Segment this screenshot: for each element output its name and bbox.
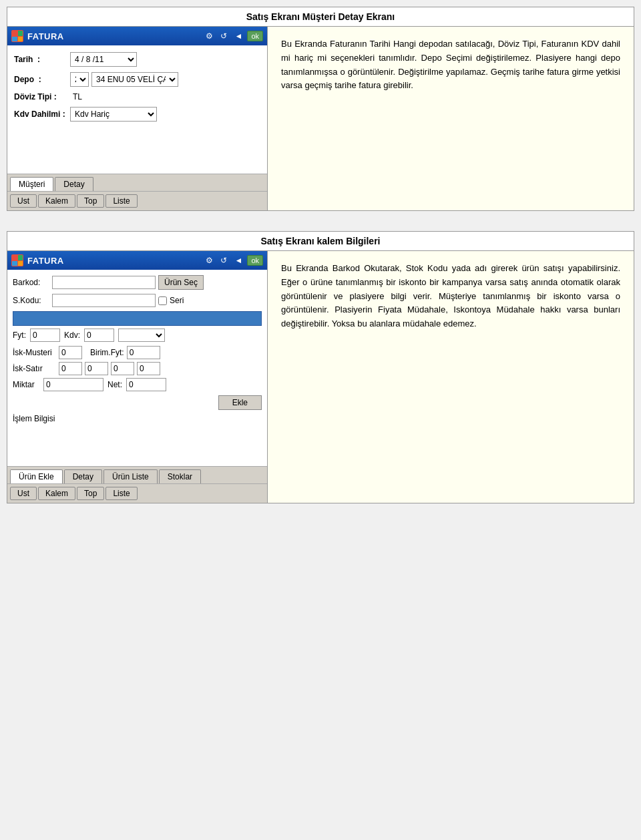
- barkod-label: Barkod:: [13, 278, 49, 287]
- nav-kalem[interactable]: Kalem: [38, 194, 75, 208]
- tab-musteri[interactable]: Müşteri: [10, 177, 53, 192]
- section2-refresh-icon[interactable]: ↺: [218, 254, 230, 266]
- doviz-row: Döviz Tipi : TL: [14, 92, 260, 101]
- skodu-label: S.Kodu:: [13, 296, 49, 305]
- titlebar-app-name: FATURA: [27, 31, 199, 41]
- islem-bilgisi-label: İşlem Bilgisi: [13, 413, 262, 425]
- skodu-input[interactable]: [52, 294, 156, 307]
- nav-ust[interactable]: Ust: [10, 194, 37, 208]
- miktar-input[interactable]: [43, 378, 103, 391]
- section2-left-panel: FATURA ⚙ ↺ ◄ ok Barkod: Ürün Seç: [7, 251, 268, 503]
- isk-satir-label: İsk-Satır: [13, 364, 56, 373]
- section1-title: Satış Ekranı Müşteri Detay Ekranı: [7, 7, 634, 27]
- kdv-select[interactable]: Kdv Hariç Kdv Dahil: [70, 107, 157, 122]
- section1-titlebar: FATURA ⚙ ↺ ◄ ok: [7, 27, 267, 45]
- section2-titlebar-icons: ⚙ ↺ ◄ ok: [203, 254, 263, 266]
- form-spacer: [14, 127, 260, 167]
- section1-nav: Ust Kalem Top Liste: [7, 191, 267, 210]
- section1-body: FATURA ⚙ ↺ ◄ ok Tarih : 4 / 8 /11: [7, 27, 634, 210]
- doviz-value: TL: [73, 92, 82, 101]
- section2-ok-button[interactable]: ok: [247, 255, 263, 266]
- ekle-button[interactable]: Ekle: [218, 395, 262, 410]
- seri-label: Seri: [170, 296, 184, 305]
- section2-back-icon[interactable]: ◄: [232, 254, 244, 266]
- section2-settings-icon[interactable]: ⚙: [203, 254, 215, 266]
- depo-name-select[interactable]: 34 ENU 05 VELİ ÇAR: [91, 72, 178, 87]
- section2-nav-liste[interactable]: Liste: [105, 487, 137, 500]
- tab-detay[interactable]: Detay: [55, 177, 93, 191]
- tab-urun-liste[interactable]: Ürün Liste: [103, 469, 158, 483]
- ok-button[interactable]: ok: [247, 31, 263, 41]
- isk-satir-row: İsk-Satır: [13, 362, 262, 375]
- blue-highlight-bar: [13, 311, 262, 326]
- net-label: Net:: [108, 380, 122, 389]
- barkod-input[interactable]: [52, 276, 156, 289]
- section2-nav: Ust Kalem Top Liste: [7, 483, 267, 503]
- fyt-input[interactable]: [30, 329, 60, 342]
- section2-nav-kalem[interactable]: Kalem: [38, 487, 75, 500]
- isk-satir-input3[interactable]: [111, 362, 134, 375]
- section2-nav-top[interactable]: Top: [77, 487, 104, 500]
- miktar-row: Miktar Net:: [13, 378, 262, 391]
- birim-fyt-label: Birim.Fyt:: [90, 348, 124, 357]
- miktar-label: Miktar: [13, 380, 39, 389]
- section2-title: Satış Ekranı kalem Bilgileri: [7, 232, 634, 251]
- isk-musteri-input[interactable]: [59, 346, 82, 359]
- tab-stoklar[interactable]: Stoklar: [159, 469, 201, 483]
- section2-container: Satış Ekranı kalem Bilgileri FATURA: [7, 231, 634, 503]
- section1-container: Satış Ekranı Müşteri Detay Ekranı FATURA: [7, 7, 634, 211]
- depo-num-select[interactable]: 2: [70, 72, 89, 87]
- kdv-type-select[interactable]: [118, 329, 165, 342]
- section2-body: FATURA ⚙ ↺ ◄ ok Barkod: Ürün Seç: [7, 251, 634, 503]
- section2-app-logo: [11, 254, 23, 266]
- section1-tabs: Müşteri Detay: [7, 174, 267, 191]
- doviz-label: Döviz Tipi :: [14, 92, 67, 101]
- isk-musteri-label: İsk-Musteri: [13, 348, 56, 357]
- back-icon[interactable]: ◄: [232, 30, 244, 42]
- section2-titlebar: FATURA ⚙ ↺ ◄ ok: [7, 251, 267, 270]
- section2-nav-ust[interactable]: Ust: [10, 487, 37, 500]
- barkod-row: Barkod: Ürün Seç: [13, 275, 262, 290]
- section2-desc-text: Bu Ekranda Barkod Okutarak, Stok Kodu ya…: [281, 262, 620, 331]
- depo-row: Depo : 2 34 ENU 05 VELİ ÇAR: [14, 72, 260, 87]
- isk-satir-input1[interactable]: [59, 362, 82, 375]
- seri-checkbox[interactable]: [158, 296, 167, 305]
- ekle-row: Ekle: [13, 395, 262, 410]
- tarih-row: Tarih : 4 / 8 /11: [14, 52, 260, 67]
- app-logo: [11, 30, 23, 42]
- section2-form: Barkod: Ürün Seç S.Kodu: Seri: [7, 270, 267, 466]
- form-bottom-spacer: [13, 427, 262, 461]
- section1-description: Bu Ekranda Faturanın Tarihi Hangi depoda…: [268, 27, 634, 210]
- section2-tabs: Ürün Ekle Detay Ürün Liste Stoklar: [7, 466, 267, 483]
- tab-urun-ekle[interactable]: Ürün Ekle: [10, 469, 63, 484]
- titlebar-icons: ⚙ ↺ ◄ ok: [203, 30, 263, 42]
- kdv-row: Kdv Dahilmi : Kdv Hariç Kdv Dahil: [14, 107, 260, 122]
- section2-description: Bu Ekranda Barkod Okutarak, Stok Kodu ya…: [268, 251, 634, 503]
- skodu-row: S.Kodu: Seri: [13, 294, 262, 307]
- fyt-kdv-row: Fyt: Kdv:: [13, 329, 262, 342]
- refresh-icon[interactable]: ↺: [218, 30, 230, 42]
- isk-musteri-row: İsk-Musteri Birim.Fyt:: [13, 346, 262, 359]
- urun-sec-button[interactable]: Ürün Seç: [158, 275, 204, 290]
- kdv-label: Kdv Dahilmi :: [14, 110, 67, 119]
- tab-detay[interactable]: Detay: [64, 469, 102, 483]
- isk-satir-input2[interactable]: [85, 362, 108, 375]
- nav-top[interactable]: Top: [77, 194, 104, 208]
- section2-titlebar-app-name: FATURA: [27, 256, 199, 266]
- section1-desc-text: Bu Ekranda Faturanın Tarihi Hangi depoda…: [281, 37, 620, 93]
- kdv-label: Kdv:: [64, 331, 80, 340]
- tarih-select[interactable]: 4 / 8 /11: [70, 52, 137, 67]
- kdv-input[interactable]: [84, 329, 114, 342]
- isk-satir-input4[interactable]: [137, 362, 160, 375]
- section1-left-panel: FATURA ⚙ ↺ ◄ ok Tarih : 4 / 8 /11: [7, 27, 268, 210]
- settings-icon[interactable]: ⚙: [203, 30, 215, 42]
- net-input[interactable]: [126, 378, 166, 391]
- tarih-label: Tarih :: [14, 55, 67, 64]
- depo-label: Depo :: [14, 75, 67, 84]
- nav-liste[interactable]: Liste: [105, 194, 137, 208]
- birim-fyt-input[interactable]: [127, 346, 160, 359]
- fyt-label: Fyt:: [13, 331, 26, 340]
- section1-form: Tarih : 4 / 8 /11 Depo : 2 34 ENU 05 VEL…: [7, 45, 267, 174]
